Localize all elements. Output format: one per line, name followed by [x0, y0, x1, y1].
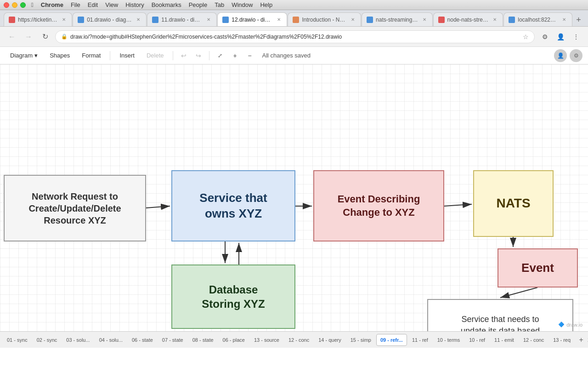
save-status: All changes saved [262, 52, 311, 59]
tab-close-3[interactable]: ✕ [205, 17, 212, 23]
bottom-tab-3[interactable]: 03 - solu... [62, 334, 94, 346]
tab-label-5: Introduction - NATS... [302, 17, 347, 23]
bottom-tab-15[interactable]: 10 - terms [433, 334, 464, 346]
addressbar: ← → ↻ 🔒 draw.io/?mode=github#HStephenGri… [0, 27, 588, 47]
diagram-dropdown-icon: ▾ [34, 52, 38, 59]
box-network-request[interactable]: Network Request to Create/Update/Delete … [4, 175, 146, 242]
add-tab-button[interactable]: + [576, 334, 587, 345]
fullscreen-button[interactable] [20, 2, 26, 8]
bottom-tab-18[interactable]: 12 - conc [519, 334, 548, 346]
bottom-tab-6[interactable]: 07 - state [158, 334, 187, 346]
box-service-owns[interactable]: Service that owns XYZ [171, 170, 295, 242]
browser-menu-icon[interactable]: ⋮ [570, 30, 582, 43]
menu-chrome[interactable]: Chrome [41, 1, 63, 8]
insert-button[interactable]: Insert [115, 50, 139, 62]
tab-favicon-4 [222, 17, 229, 23]
browser-tab-3[interactable]: 11.drawio - diagra... ✕ [147, 12, 217, 26]
bottom-tab-7[interactable]: 08 - state [188, 334, 218, 346]
tab-close-1[interactable]: ✕ [61, 17, 67, 23]
address-box[interactable]: 🔒 draw.io/?mode=github#HStephenGrider%2F… [55, 30, 535, 43]
share-avatar[interactable]: ⚙ [570, 49, 582, 62]
bottom-tab-17[interactable]: 11 - emit [490, 334, 518, 346]
browser-tab-5[interactable]: Introduction - NATS... ✕ [288, 12, 361, 26]
toolbar-right: 👤 ⚙ [554, 49, 582, 62]
diagram-menu-button[interactable]: Diagram ▾ [6, 50, 42, 62]
new-tab-button[interactable]: + [573, 13, 584, 26]
zoom-in-button[interactable]: + [229, 50, 241, 62]
menu-people[interactable]: People [189, 1, 207, 8]
titlebar-menu:  Chrome File Edit View History Bookmark… [31, 1, 272, 8]
browser: https://ticketing.dev ✕ 01.drawio - diag… [0, 10, 588, 64]
shapes-button[interactable]: Shapes [45, 50, 74, 62]
menu-tab[interactable]: Tab [215, 1, 224, 8]
close-button[interactable] [4, 2, 9, 8]
bottom-tab-9[interactable]: 13 - source [250, 334, 283, 346]
bookmark-star-icon[interactable]: ☆ [523, 33, 529, 40]
tab-close-2[interactable]: ✕ [135, 17, 141, 23]
zoom-out-button[interactable]: − [243, 50, 255, 62]
menu-apple[interactable]:  [31, 1, 34, 8]
tab-favicon-2 [78, 17, 84, 23]
canvas-area[interactable]: Network Request to Create/Update/Delete … [0, 64, 588, 331]
tab-favicon-8 [509, 17, 515, 23]
drawio-watermark: 🔷 draw.io [558, 322, 582, 328]
tab-label-8: localhost:8222/str... [518, 17, 558, 23]
bottom-tab-8[interactable]: 06 - place [219, 334, 249, 346]
tab-close-4[interactable]: ✕ [276, 17, 282, 23]
delete-button[interactable]: Delete [142, 50, 169, 62]
browser-tab-6[interactable]: nats-streaming - D... ✕ [362, 12, 432, 26]
bottom-tab-10[interactable]: 12 - conc [284, 334, 313, 346]
forward-button[interactable]: → [22, 30, 35, 43]
bottom-tab-12[interactable]: 15 - simp [346, 334, 375, 346]
tab-close-5[interactable]: ✕ [350, 17, 356, 23]
menu-history[interactable]: History [125, 1, 144, 8]
bottom-tab-11[interactable]: 14 - query [314, 334, 345, 346]
menu-view[interactable]: View [105, 1, 118, 8]
menu-bookmarks[interactable]: Bookmarks [152, 1, 181, 8]
browser-tab-8[interactable]: localhost:8222/str... ✕ [503, 12, 572, 26]
undo-button[interactable]: ↩ [178, 50, 190, 62]
bottom-tab-19[interactable]: 13 - req [549, 334, 575, 346]
box-service-update-label: Service that needs to update its data ba… [461, 314, 540, 331]
box-database-storing[interactable]: Database Storing XYZ [171, 264, 295, 329]
tab-label-7: node-nats-streami... [447, 17, 489, 23]
tab-close-6[interactable]: ✕ [421, 17, 428, 23]
tab-favicon-1 [9, 17, 15, 23]
menu-edit[interactable]: Edit [88, 1, 98, 8]
bottom-tabbar: 01 - sync 02 - sync 03 - solu... 04 - so… [0, 331, 588, 348]
menu-window[interactable]: Window [232, 1, 253, 8]
reload-button[interactable]: ↻ [39, 30, 51, 43]
bottom-tab-16[interactable]: 10 - ref [465, 334, 489, 346]
extensions-icon[interactable]: ⚙ [538, 30, 551, 43]
profile-icon[interactable]: 👤 [554, 30, 567, 43]
fit-page-button[interactable]: ⤢ [214, 50, 226, 62]
browser-tab-4[interactable]: 12.drawio - diagra... ✕ [217, 12, 287, 26]
bottom-tab-5[interactable]: 06 - state [128, 334, 157, 346]
tab-close-8[interactable]: ✕ [561, 17, 567, 23]
box-nats[interactable]: NATS [473, 170, 554, 237]
user-avatar[interactable]: 👤 [554, 49, 567, 62]
box-event-describing[interactable]: Event Describing Change to XYZ [313, 170, 444, 242]
minimize-button[interactable] [12, 2, 17, 8]
bottom-tab-2[interactable]: 02 - sync [33, 334, 62, 346]
browser-tab-2[interactable]: 01.drawio - diagram... ✕ [73, 12, 147, 26]
bottom-tab-13[interactable]: 09 - refr... [376, 334, 407, 346]
bottom-tab-14[interactable]: 11 - ref [408, 334, 432, 346]
arrow-event-to-nats [444, 204, 472, 206]
box-service-update[interactable]: Service that needs to update its data ba… [427, 299, 573, 331]
browser-tab-1[interactable]: https://ticketing.dev ✕ [4, 12, 72, 26]
drawio-logo-text: 🔷 [558, 322, 565, 328]
bottom-tab-4[interactable]: 04 - solu... [95, 334, 127, 346]
menu-file[interactable]: File [71, 1, 80, 8]
browser-toolbar-icons: ⚙ 👤 ⋮ [538, 30, 582, 43]
back-button[interactable]: ← [6, 30, 18, 43]
menu-help[interactable]: Help [260, 1, 272, 8]
redo-button[interactable]: ↪ [192, 50, 204, 62]
format-button[interactable]: Format [77, 50, 105, 62]
tab-label-6: nats-streaming - D... [376, 17, 418, 23]
browser-tab-7[interactable]: node-nats-streami... ✕ [433, 12, 503, 26]
bottom-tab-1[interactable]: 01 - sync [3, 334, 32, 346]
toolbar-separator-3 [209, 51, 209, 60]
box-event[interactable]: Event [498, 248, 578, 288]
tab-close-7[interactable]: ✕ [492, 17, 498, 23]
